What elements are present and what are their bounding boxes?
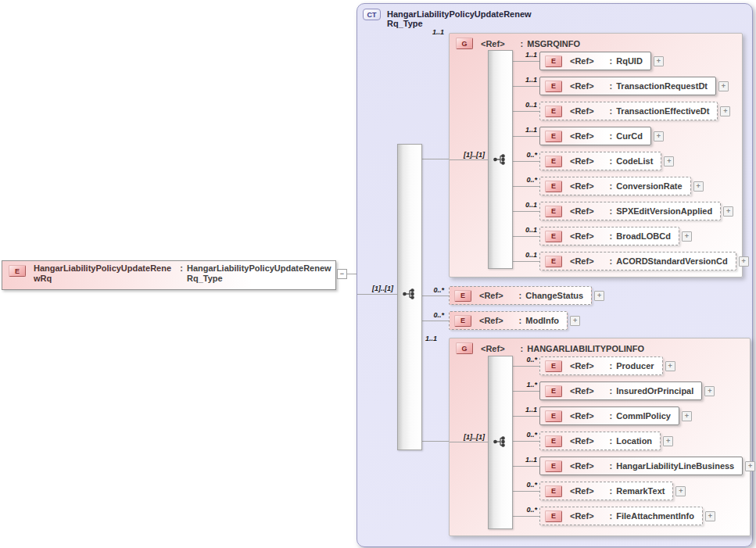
- element-row: E <Ref> : HangarLiabilityLineBusiness +: [539, 457, 755, 475]
- ref-label: <Ref>: [479, 316, 503, 325]
- element-row: E <Ref> : SPXEditVersionApplied +: [539, 202, 733, 220]
- ref-label: <Ref>: [570, 461, 594, 471]
- element-name: CurCd: [616, 131, 643, 141]
- colon: :: [610, 56, 613, 66]
- expand-icon[interactable]: +: [654, 56, 664, 66]
- group-box-msgrqinfo: G <Ref> : MSGRQINFO [1]..[1]: [449, 33, 743, 278]
- element-row: E <Ref> : TransactionEffectiveDt +: [539, 102, 730, 120]
- colon: :: [610, 411, 613, 421]
- element-name: CommlPolicy: [616, 411, 671, 421]
- expand-icon[interactable]: +: [739, 256, 749, 267]
- expand-icon[interactable]: +: [654, 131, 664, 141]
- colon: :: [610, 106, 613, 116]
- cardinality-label: 0..1: [507, 101, 537, 109]
- element-name: ChangeStatus: [525, 291, 583, 300]
- colon: :: [610, 256, 613, 266]
- expand-icon[interactable]: +: [723, 206, 733, 217]
- colon: :: [610, 156, 613, 166]
- connector-line: [511, 236, 539, 237]
- connector-line: [511, 61, 539, 62]
- element-box[interactable]: E <Ref> : Location: [539, 432, 661, 450]
- expand-icon[interactable]: +: [682, 411, 692, 421]
- element-box[interactable]: E <Ref> : SPXEditVersionApplied: [539, 202, 721, 220]
- element-box[interactable]: E <Ref> : ModInfo: [449, 311, 568, 330]
- occurrence-label: [1]..[1]: [456, 433, 485, 441]
- ref-label: <Ref>: [570, 486, 594, 496]
- element-box[interactable]: E <Ref> : ChangeStatus: [449, 286, 592, 305]
- cardinality-label: 0..*: [507, 506, 537, 514]
- expand-icon[interactable]: +: [675, 486, 686, 496]
- element-box[interactable]: E <Ref> : InsuredOrPrincipal: [539, 381, 702, 400]
- cardinality-label: 1..*: [507, 381, 537, 389]
- root-element-type-name: HangarLiabilityPolicyUpdateRenewRq_Type: [187, 263, 335, 284]
- expand-icon[interactable]: +: [705, 511, 715, 521]
- element-box[interactable]: E <Ref> : CommlPolicy: [539, 407, 679, 425]
- element-name: TransactionRequestDt: [616, 81, 708, 91]
- colon: :: [610, 436, 613, 446]
- group-header[interactable]: G <Ref> : MSGRQINFO: [456, 38, 580, 49]
- ref-label: <Ref>: [481, 344, 505, 353]
- expand-icon[interactable]: +: [704, 386, 715, 396]
- element-box[interactable]: E <Ref> : CodeList: [539, 152, 661, 170]
- element-box[interactable]: E <Ref> : ACORDStandardVersionCd: [539, 252, 736, 270]
- colon: :: [610, 511, 613, 521]
- collapse-toggle-icon[interactable]: −: [337, 269, 347, 279]
- expand-icon[interactable]: +: [682, 231, 692, 242]
- ref-label: <Ref>: [570, 386, 594, 396]
- element-name: ACORDStandardVersionCd: [616, 256, 727, 266]
- cardinality-label: 0..*: [507, 356, 537, 364]
- element-box[interactable]: E <Ref> : TransactionRequestDt: [539, 77, 716, 95]
- connector-line: [511, 136, 539, 137]
- expand-icon[interactable]: +: [665, 361, 675, 371]
- expand-icon[interactable]: +: [663, 436, 673, 446]
- element-row: E <Ref> : Producer +: [539, 356, 675, 375]
- expand-icon[interactable]: +: [664, 156, 674, 167]
- element-box[interactable]: E <Ref> : HangarLiabilityLineBusiness: [539, 457, 743, 475]
- colon: :: [521, 39, 524, 48]
- cardinality-label: 0..*: [418, 311, 444, 319]
- element-box[interactable]: E <Ref> : CurCd: [539, 127, 651, 145]
- element-box[interactable]: E <Ref> : RemarkText: [539, 482, 673, 500]
- expand-icon[interactable]: +: [718, 81, 729, 91]
- ref-label: <Ref>: [570, 81, 594, 91]
- group-icon: G: [456, 38, 473, 49]
- root-element-type: : HangarLiabilityPolicyUpdateRenewRq_Typ…: [174, 263, 335, 284]
- colon: :: [610, 81, 613, 91]
- connector-line: [421, 295, 449, 296]
- element-box[interactable]: E <Ref> : BroadLOBCd: [539, 227, 679, 245]
- xsd-diagram: E HangarLiabilityPolicyUpdateRenewRq : H…: [0, 0, 756, 548]
- element-box[interactable]: E <Ref> : TransactionEffectiveDt: [539, 102, 718, 120]
- colon: :: [519, 291, 522, 300]
- cardinality-label: 1..1: [417, 28, 444, 36]
- element-box[interactable]: E <Ref> : RqUID: [539, 52, 651, 70]
- element-box[interactable]: E <Ref> : FileAttachmentInfo: [539, 507, 703, 525]
- element-icon: E: [9, 265, 26, 277]
- element-row: E <Ref> : ModInfo +: [449, 311, 580, 330]
- element-row: E <Ref> : CurCd +: [539, 127, 664, 145]
- element-row: E <Ref> : BroadLOBCd +: [539, 227, 692, 245]
- element-icon: E: [545, 410, 562, 422]
- sequence-icon: [493, 435, 506, 448]
- connector-line: [511, 211, 539, 212]
- cardinality-label: 0..*: [418, 286, 444, 294]
- element-row: E <Ref> : RemarkText +: [539, 482, 686, 500]
- element-icon: E: [545, 360, 562, 372]
- sequence-icon: [403, 288, 415, 300]
- colon: :: [610, 231, 613, 241]
- root-element-box[interactable]: E HangarLiabilityPolicyUpdateRenewRq : H…: [2, 260, 336, 290]
- element-icon: E: [545, 435, 562, 447]
- expand-icon[interactable]: +: [693, 181, 704, 192]
- element-row: E <Ref> : Location +: [539, 432, 673, 450]
- element-box[interactable]: E <Ref> : ConversionRate: [539, 177, 691, 195]
- element-icon: E: [454, 290, 471, 302]
- ref-label: <Ref>: [481, 39, 505, 48]
- group-header[interactable]: G <Ref> : HANGARLIABILITYPOLINFO: [456, 342, 644, 354]
- expand-icon[interactable]: +: [570, 316, 580, 326]
- expand-icon[interactable]: +: [745, 461, 755, 471]
- element-name: Producer: [616, 361, 654, 371]
- cardinality-label: 0..*: [507, 481, 537, 489]
- expand-icon[interactable]: +: [594, 291, 604, 301]
- element-box[interactable]: E <Ref> : Producer: [539, 356, 663, 375]
- complex-type-header[interactable]: CT HangarLiabilityPolicyUpdateRenewRq_Ty…: [363, 9, 536, 28]
- expand-icon[interactable]: +: [720, 106, 730, 116]
